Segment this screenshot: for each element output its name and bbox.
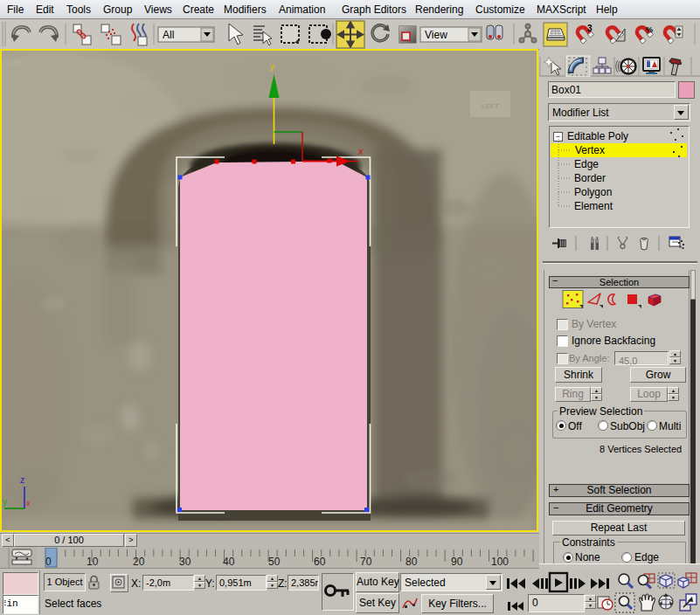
svg-text:30: 30 <box>179 556 191 568</box>
svg-text:80: 80 <box>405 556 418 568</box>
svg-text:3: 3 <box>587 24 593 33</box>
svg-text:60: 60 <box>314 556 326 568</box>
svg-text:100: 100 <box>491 556 509 568</box>
svg-text:10: 10 <box>87 556 99 568</box>
svg-text:y: y <box>3 496 8 507</box>
svg-text:40: 40 <box>223 556 235 568</box>
svg-text:%: % <box>646 25 653 34</box>
svg-text:x: x <box>26 499 31 508</box>
svg-text:0: 0 <box>45 556 52 568</box>
svg-text:50: 50 <box>268 556 281 568</box>
svg-text:Left: Left <box>7 59 22 68</box>
svg-text:x: x <box>357 147 364 156</box>
svg-text:View: View <box>425 29 447 41</box>
svg-text:70: 70 <box>360 556 372 568</box>
svg-text:All: All <box>163 29 174 41</box>
svg-text:90: 90 <box>451 556 463 568</box>
svg-text:20: 20 <box>133 556 145 568</box>
svg-text:z: z <box>20 474 25 485</box>
svg-text:LEFT: LEFT <box>482 102 499 110</box>
